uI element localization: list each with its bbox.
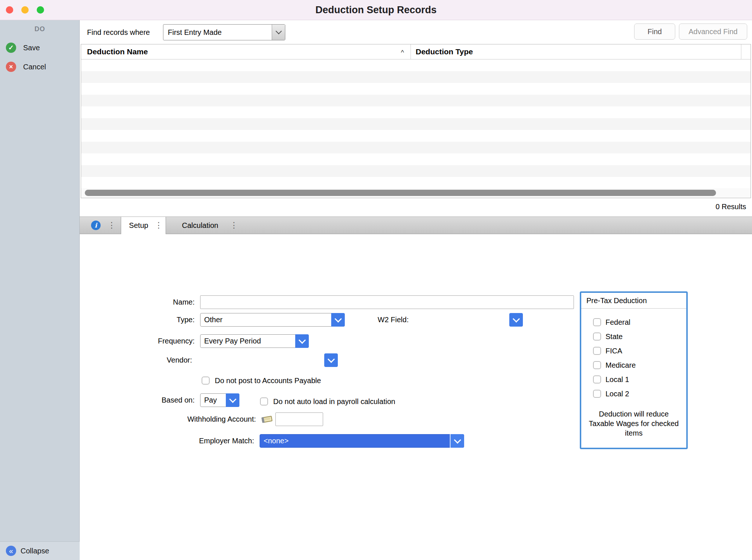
sidebar: DO ✓ Save × Cancel « Collapse (0, 20, 80, 560)
withholding-account-label: Withholding Account: (160, 412, 256, 426)
based-on-label: Based on: (118, 393, 195, 407)
pre-tax-item-local2: Local 2 (581, 387, 686, 401)
pre-tax-item-federal: Federal (581, 315, 686, 330)
pre-tax-note: Deduction will reduce Taxable Wages for … (581, 409, 686, 438)
pre-tax-item-state: State (581, 330, 686, 344)
pre-tax-item-local1: Local 1 (581, 372, 686, 387)
find-records-where-label: Find records where (87, 24, 150, 40)
local1-label: Local 1 (605, 372, 629, 387)
chevron-down-icon (454, 436, 461, 444)
state-label: State (605, 330, 623, 344)
chevron-down-icon (229, 396, 236, 403)
type-label: Type: (118, 313, 195, 327)
tab-calculation[interactable]: Calculation ⋮ (169, 217, 241, 234)
chevron-down-icon (275, 28, 282, 34)
local2-checkbox[interactable] (593, 390, 601, 398)
fica-checkbox[interactable] (593, 347, 601, 355)
tab-bar: i ⋮ Setup ⋮ Calculation ⋮ (80, 217, 752, 234)
do-not-auto-load-label: Do not auto load in payroll calculation (273, 396, 395, 407)
employer-match-dropdown[interactable]: <none> (260, 434, 464, 448)
local2-label: Local 2 (605, 387, 629, 401)
column-divider (741, 44, 741, 59)
chevron-down-icon (328, 356, 335, 363)
dots-handle-icon: ⋮ (155, 217, 163, 234)
medicare-label: Medicare (605, 358, 636, 372)
collapse-button[interactable]: « Collapse (0, 541, 80, 560)
find-button[interactable]: Find (634, 23, 675, 40)
do-not-post-label: Do not post to Accounts Payable (215, 375, 321, 386)
w2-field-label: W2 Field: (330, 313, 409, 327)
column-header-deduction-name[interactable]: Deduction Name (87, 44, 148, 59)
sort-ascending-icon[interactable]: ^ (397, 44, 408, 59)
column-header-deduction-type[interactable]: Deduction Type (416, 44, 473, 59)
local1-checkbox[interactable] (593, 375, 601, 383)
frequency-dropdown[interactable]: Every Pay Period (200, 334, 309, 348)
column-divider (411, 44, 411, 59)
save-button-label: Save (23, 40, 40, 56)
pre-tax-item-fica: FICA (581, 344, 686, 358)
pre-tax-deduction-panel: Pre-Tax Deduction Federal State FICA Med… (580, 291, 688, 449)
find-filter-value: First Entry Made (168, 25, 222, 40)
dropdown-button[interactable] (272, 25, 285, 40)
chevron-down-icon (299, 337, 306, 344)
tab-setup[interactable]: Setup ⋮ (121, 217, 166, 234)
sidebar-header: DO (0, 25, 80, 33)
titlebar: Deduction Setup Records (0, 0, 752, 20)
ledger-book-icon[interactable] (261, 414, 274, 426)
based-on-value: Pay (204, 394, 217, 407)
vendor-label: Vendor: (115, 353, 192, 367)
advanced-find-button[interactable]: Advanced Find (679, 23, 747, 40)
chevron-down-icon (513, 315, 520, 323)
employer-match-value: <none> (264, 434, 289, 447)
state-checkbox[interactable] (593, 332, 601, 341)
do-not-auto-load-checkbox[interactable] (260, 397, 268, 406)
info-icon[interactable]: i (91, 221, 101, 230)
withholding-account-input[interactable] (275, 412, 323, 426)
dropdown-button[interactable] (226, 393, 239, 407)
results-count: 0 Results (716, 203, 746, 211)
frequency-label: Frequency: (118, 334, 195, 348)
federal-checkbox[interactable] (593, 318, 601, 326)
cancel-button-label: Cancel (23, 59, 46, 75)
find-filter-dropdown[interactable]: First Entry Made (163, 24, 285, 40)
collapse-button-label: Collapse (21, 542, 49, 560)
frequency-value: Every Pay Period (204, 335, 261, 348)
fica-label: FICA (605, 344, 622, 358)
collapse-chevrons-icon: « (6, 546, 16, 556)
save-check-icon: ✓ (6, 43, 16, 53)
dropdown-button[interactable] (450, 434, 464, 448)
results-table: Deduction Name ^ Deduction Type (81, 44, 751, 198)
table-header-row: Deduction Name ^ Deduction Type (81, 44, 751, 59)
pre-tax-panel-title: Pre-Tax Deduction (581, 293, 686, 309)
dots-handle-icon: ⋮ (230, 217, 238, 234)
window-title: Deduction Setup Records (0, 0, 752, 20)
type-dropdown[interactable]: Other (200, 313, 345, 327)
do-not-post-checkbox[interactable] (202, 377, 210, 385)
w2-field-dropdown-button[interactable] (509, 313, 523, 327)
name-label: Name: (118, 295, 195, 309)
dots-handle-icon: ⋮ (108, 217, 116, 234)
based-on-dropdown[interactable]: Pay (200, 393, 239, 407)
pre-tax-item-medicare: Medicare (581, 358, 686, 372)
tab-calculation-label: Calculation (169, 217, 231, 234)
medicare-checkbox[interactable] (593, 361, 601, 369)
cancel-x-icon: × (6, 62, 16, 72)
employer-match-label: Employer Match: (159, 434, 254, 448)
table-body-empty (81, 59, 751, 188)
name-input[interactable] (200, 295, 574, 309)
dropdown-button[interactable] (295, 334, 309, 348)
cancel-button[interactable]: × Cancel (0, 59, 80, 75)
tab-setup-label: Setup (121, 217, 156, 234)
horizontal-scrollbar-thumb[interactable] (85, 190, 716, 196)
federal-label: Federal (605, 315, 630, 330)
vendor-dropdown-button[interactable] (324, 353, 338, 367)
type-value: Other (204, 313, 223, 326)
horizontal-scrollbar-track (81, 188, 751, 198)
pre-tax-checkbox-list: Federal State FICA Medicare Local 1 Loca… (581, 315, 686, 401)
save-button[interactable]: ✓ Save (0, 40, 80, 56)
